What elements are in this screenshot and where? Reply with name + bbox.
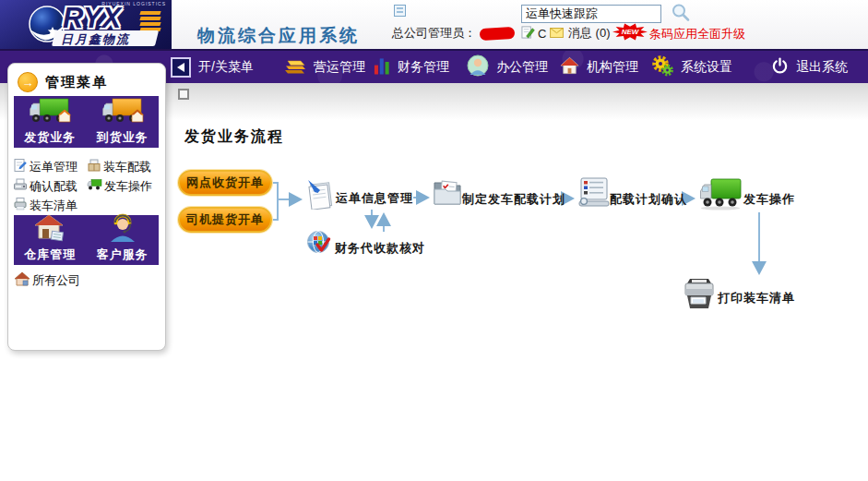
message-link[interactable]: 消息 (0) — [550, 25, 611, 42]
search-icon[interactable] — [671, 3, 691, 27]
sidebar-link-label: 运单管理 — [30, 159, 77, 175]
menu-toggle-icon — [171, 57, 191, 78]
sidebar-item-loading-stowage[interactable]: 装车配载 — [87, 157, 161, 176]
mini-printer-icon — [13, 197, 28, 214]
nav-label: 系统设置 — [681, 59, 732, 76]
departure-truck-icon[interactable] — [698, 175, 743, 216]
confirm-monitor-icon[interactable] — [577, 176, 611, 211]
print-list-icon[interactable] — [681, 277, 718, 316]
nav-label: 财务管理 — [398, 59, 449, 76]
load-box-icon — [87, 158, 101, 175]
sidebar-tile-customer-service[interactable]: 客户服务 — [87, 215, 160, 265]
logo: RIYUEXIN LOGISTICS RYX 日月鑫物流 — [0, 0, 172, 49]
quick-track-search-input[interactable] — [521, 5, 661, 23]
sidebar-link-label: 发车操作 — [104, 178, 152, 195]
node-print-loading-list-label[interactable]: 打印装车清单 — [718, 290, 795, 307]
office-person-icon — [467, 54, 489, 79]
panel-icon[interactable] — [394, 5, 406, 17]
plan-folder-icon[interactable] — [433, 178, 462, 211]
confirm-device-icon — [13, 177, 28, 195]
customer-service-icon — [107, 213, 138, 247]
brand-cn-text: 日月鑫物流 — [61, 31, 130, 48]
envelope-icon — [550, 27, 564, 41]
warehouse-icon — [33, 213, 66, 247]
waybill-doc-icon — [13, 158, 28, 175]
sidebar-tiles-top: 发货业务 到货业务 — [14, 96, 159, 148]
bar-chart-icon — [374, 56, 390, 78]
sidebar-item-departure-operation[interactable]: 发车操作 — [87, 176, 161, 196]
orange-truck-icon — [101, 96, 145, 129]
books-icon — [282, 56, 306, 78]
user-edit-letter: C — [538, 27, 546, 41]
user-role-label: 总公司管理员： — [392, 25, 476, 42]
sidebar-links: 运单管理 装车配载 确认配载 — [13, 157, 161, 215]
node-departure-operation-label[interactable]: 发车操作 — [743, 191, 795, 208]
new-badge-text: NEW — [622, 28, 639, 36]
start-node-driver-pickup[interactable]: 司机提货开单 — [178, 207, 272, 233]
sidebar-tile-arrival-business[interactable]: 到货业务 — [87, 96, 160, 148]
tile-label: 到货业务 — [97, 129, 149, 146]
tile-label: 仓库管理 — [24, 247, 76, 263]
nav-item-settings[interactable]: 系统设置 — [651, 51, 732, 83]
arrow-circle-icon: → — [18, 72, 38, 92]
nav-label: 营运管理 — [314, 59, 365, 76]
mini-truck-icon — [87, 178, 102, 194]
sidebar-tile-shipping-business[interactable]: 发货业务 — [14, 96, 87, 148]
node-finance-collection-check-label[interactable]: 财务代收款核对 — [335, 240, 425, 257]
finance-globe-icon[interactable] — [306, 230, 332, 259]
sidebar-link-label: 所有公司 — [32, 272, 80, 289]
nav-label: 开/关菜单 — [198, 59, 254, 76]
sidebar-item-all-companies[interactable]: 所有公司 — [14, 271, 80, 290]
new-badge: NEW — [612, 23, 648, 41]
sidebar-link-label: 装车清单 — [30, 198, 77, 214]
sidebar-header: → 管理菜单 — [18, 72, 108, 92]
process-flowchart: 网点收货开单 司机提货开单 运单信息管理 财务代收款核对 — [171, 120, 868, 360]
message-label: 消息 (0) — [568, 25, 611, 42]
sidebar-item-loading-list[interactable]: 装车清单 — [13, 196, 87, 215]
app-title: 物流综合应用系统 — [197, 24, 360, 48]
sidebar-link-label: 确认配载 — [30, 178, 77, 195]
nav-label: 办公管理 — [496, 59, 548, 76]
nav-label: 机构管理 — [587, 59, 638, 76]
sidebar-item-waybill-management[interactable]: 运单管理 — [13, 157, 87, 176]
node-confirm-loading-plan-label[interactable]: 配载计划确认 — [610, 191, 687, 208]
user-name-redacted — [480, 27, 516, 41]
company-house-icon — [14, 271, 30, 290]
nav-item-operations[interactable]: 营运管理 — [282, 51, 365, 83]
sidebar-tiles-bottom: 仓库管理 客户服务 — [14, 215, 159, 265]
header: RIYUEXIN LOGISTICS RYX 日月鑫物流 物流综合应用系统 总公… — [0, 0, 868, 49]
waybill-note-icon[interactable] — [305, 178, 335, 213]
nav-item-toggle-menu[interactable]: 开/关菜单 — [171, 51, 254, 83]
tile-label: 发货业务 — [24, 129, 76, 146]
nav-item-organization[interactable]: 机构管理 — [560, 51, 638, 83]
power-icon — [771, 57, 789, 78]
start-node-outlet-receipt[interactable]: 网点收货开单 — [178, 170, 272, 196]
sidebar-tile-warehouse-management[interactable]: 仓库管理 — [14, 215, 87, 265]
sidebar-link-label: 装车配载 — [103, 159, 151, 175]
tile-label: 客户服务 — [97, 247, 149, 263]
collapse-handle-icon[interactable] — [178, 89, 189, 100]
node-waybill-info-label[interactable]: 运单信息管理 — [336, 190, 413, 207]
node-make-loading-plan-label[interactable]: 制定发车配载计划 — [462, 191, 565, 208]
nav-item-exit[interactable]: 退出系统 — [771, 51, 848, 83]
edit-pencil-icon[interactable] — [521, 25, 535, 42]
green-truck-icon — [28, 96, 72, 129]
nav-item-finance[interactable]: 财务管理 — [374, 51, 449, 83]
gears-icon — [651, 54, 673, 79]
promo-link[interactable]: 条码应用全面升级 — [649, 26, 745, 42]
sidebar-item-confirm-stowage[interactable]: 确认配载 — [13, 176, 87, 196]
sidebar-panel: → 管理菜单 发货业务 — [7, 63, 166, 351]
house-icon — [560, 56, 579, 78]
nav-label: 退出系统 — [796, 59, 848, 76]
nav-item-office[interactable]: 办公管理 — [467, 51, 548, 83]
sidebar-title: 管理菜单 — [45, 74, 108, 91]
user-info: 总公司管理员： C — [392, 25, 546, 42]
